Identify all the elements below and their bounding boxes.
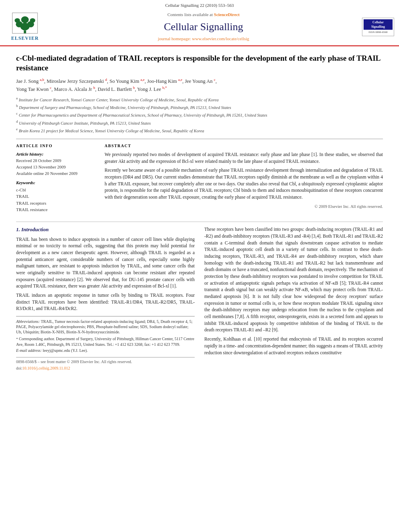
article-footer: 0898-6568/$ – see front matter © 2009 El…: [16, 357, 195, 365]
cellular-signalling-logo: CellularSignalling ISSN 0898-6568: [362, 18, 394, 36]
issn-text: 0898-6568/$ – see front matter © 2009 El…: [16, 359, 132, 365]
cs-logo-subtitle: ISSN 0898-6568: [364, 31, 393, 35]
author-song: Jae J. Song a,b, Miroslaw Jerzy Szczepan…: [16, 78, 217, 84]
keywords-group: Keywords: c-Cbl TRAIL TRAIL receptors TR…: [16, 180, 97, 213]
column-left: 1. Introduction TRAIL has been shown to …: [16, 226, 195, 371]
intro-para1: TRAIL has been shown to induce apoptosis…: [16, 236, 195, 290]
affil-c: c Center for Pharmacogenetics and Depart…: [16, 111, 383, 118]
abstract-para2: Recently we became aware of a possible m…: [105, 167, 383, 200]
keyword-3: TRAIL receptors: [16, 200, 97, 206]
elsevier-text: ELSEVIER: [11, 35, 39, 42]
elsevier-tree-icon: [11, 12, 39, 34]
doi-label: doi:: [16, 366, 23, 370]
copyright-line: © 2009 Elsevier Inc. All rights reserved…: [105, 204, 383, 210]
sciencedirect-link[interactable]: ScienceDirect: [214, 12, 240, 17]
affil-b: b Department of Surgery and Pharmacology…: [16, 103, 383, 111]
homepage-url[interactable]: www.elsevier.com/locate/cellsig: [192, 36, 249, 41]
keyword-2: TRAIL: [16, 193, 97, 199]
available-date: Available online 20 November 2009: [16, 171, 97, 177]
affiliations: a Institute for Cancer Research, Yonsei …: [16, 96, 383, 134]
journal-center: Contents lists available at ScienceDirec…: [45, 12, 362, 42]
intro-para2: TRAIL induces an apoptotic response in t…: [16, 292, 195, 312]
abstract-label: ABSTRACT: [105, 143, 383, 149]
abstract-para1: We previously reported two modes of deve…: [105, 151, 383, 164]
received-date: Received 28 October 2009: [16, 158, 97, 164]
svg-point-4: [21, 16, 29, 23]
header-content: ELSEVIER Contents lists available at Sci…: [0, 10, 399, 43]
journal-title-header: Cellular Signalling: [45, 20, 362, 34]
intro-para3: These receptors have been classified int…: [204, 226, 383, 333]
contents-text: Contents lists available at: [167, 12, 213, 17]
citation-text: Cellular Signalling 22 (2010) 553–563: [165, 3, 234, 8]
cs-logo-title: CellularSignalling: [364, 19, 393, 30]
citation-line: Cellular Signalling 22 (2010) 553–563: [0, 2, 399, 8]
abstract-text: We previously reported two modes of deve…: [105, 151, 383, 201]
sciencedirect-line: Contents lists available at ScienceDirec…: [45, 12, 362, 18]
article-title: c-Cbl-mediated degradation of TRAIL rece…: [16, 53, 383, 73]
elsevier-logo: ELSEVIER: [5, 12, 45, 42]
authors-line: Jae J. Song a,b, Miroslaw Jerzy Szczepan…: [16, 77, 383, 93]
svg-point-6: [30, 18, 35, 23]
affil-e: e Brain Korea 21 project for Medical Sci…: [16, 127, 383, 134]
email-note: E-mail address: leeyj@upmc.edu (Y.J. Lee…: [16, 348, 195, 353]
homepage-text: journal homepage:: [158, 36, 192, 41]
column-right: These receptors have been classified int…: [204, 226, 383, 371]
author-kwon: Yong Tae Kwon c, Marco A. Alcala Jr b, D…: [16, 86, 167, 92]
keyword-4: TRAIL resistance: [16, 207, 97, 213]
svg-rect-0: [24, 31, 26, 34]
journal-header: Cellular Signalling 22 (2010) 553–563 EL…: [0, 0, 399, 46]
article-history-group: Article history: Received 28 October 200…: [16, 151, 97, 177]
abstract-section: ABSTRACT We previously reported two mode…: [105, 143, 383, 216]
intro-para4: Recently, Kohlhaas et al. [10] reported …: [204, 336, 383, 356]
svg-point-5: [14, 18, 20, 23]
intro-heading: 1. Introduction: [16, 226, 195, 233]
accepted-date: Accepted 13 November 2009: [16, 164, 97, 170]
keyword-1: c-Cbl: [16, 187, 97, 193]
main-columns: 1. Introduction TRAIL has been shown to …: [16, 226, 383, 371]
doi-line: doi:10.1016/j.cellsig.2009.11.012: [16, 366, 195, 371]
affil-a: a Institute for Cancer Research, Yonsei …: [16, 96, 383, 103]
doi-value[interactable]: 10.1016/j.cellsig.2009.11.012: [23, 366, 70, 370]
abbrev-note: Abbreviations: TRAIL, Tumor necrosis fac…: [16, 319, 195, 335]
corresponding-note: * Corresponding author. Department of Su…: [16, 336, 195, 347]
footnotes: Abbreviations: TRAIL, Tumor necrosis fac…: [16, 316, 195, 353]
info-abstract-section: ARTICLE INFO Article history: Received 2…: [16, 139, 383, 216]
article-info: ARTICLE INFO Article history: Received 2…: [16, 143, 97, 216]
section-divider: [16, 222, 383, 222]
journal-homepage: journal homepage: www.elsevier.com/locat…: [45, 36, 362, 42]
article-info-label: ARTICLE INFO: [16, 143, 97, 149]
article-body: c-Cbl-mediated degradation of TRAIL rece…: [0, 46, 399, 378]
history-label: Article history:: [16, 151, 97, 157]
keywords-label: Keywords:: [16, 180, 97, 186]
affil-d: d University of Pittsburgh Cancer Instit…: [16, 119, 383, 126]
